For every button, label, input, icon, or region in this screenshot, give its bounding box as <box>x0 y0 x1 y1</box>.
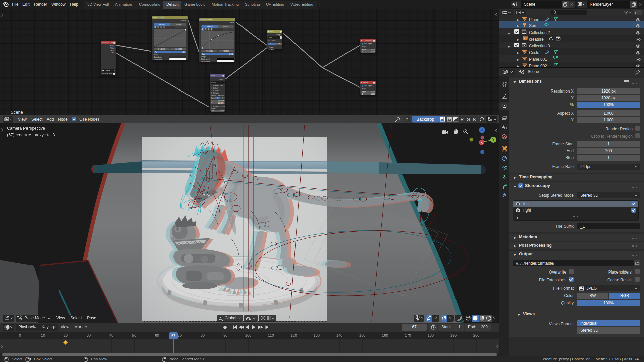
svg-text:G: G <box>467 117 470 122</box>
svg-text:Z: Z <box>481 128 483 132</box>
svg-text:Y: Y <box>492 138 495 142</box>
svg-text:X: X <box>481 141 483 144</box>
svg-text:R: R <box>461 117 464 122</box>
svg-text:B: B <box>473 117 476 122</box>
svg-text:Backdrop: Backdrop <box>417 117 434 122</box>
